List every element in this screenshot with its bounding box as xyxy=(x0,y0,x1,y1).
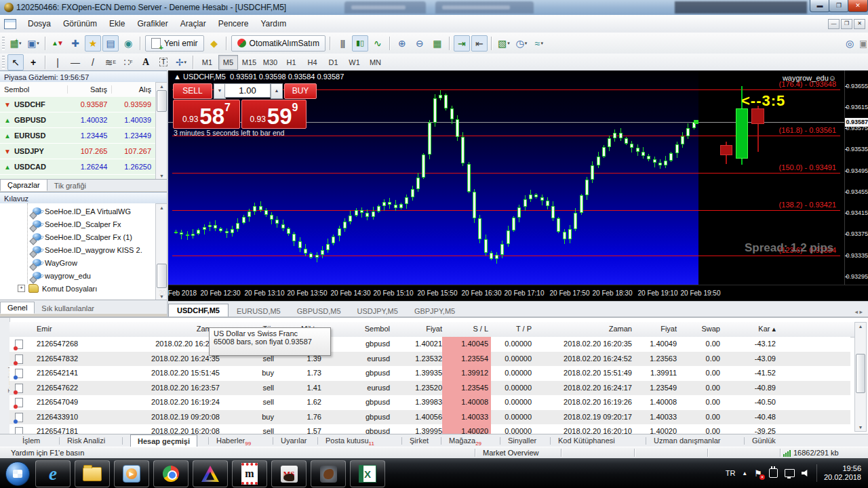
navigator-item[interactable]: WayGrow xyxy=(33,256,77,269)
autotrading-button[interactable]: OtomatikAlımSatım xyxy=(231,35,326,52)
tab-genel[interactable]: Genel xyxy=(0,302,35,314)
help-icon[interactable]: ◎ xyxy=(842,35,858,52)
taskbar-item-horse-app[interactable] xyxy=(311,460,346,487)
mdi-close-button[interactable]: ✕ xyxy=(854,19,865,29)
crosshair-tool-icon[interactable]: + xyxy=(25,54,41,70)
table-row[interactable]: 21265421412018.02.20 15:51:45buy1.73gbpu… xyxy=(9,366,850,381)
taskbar-item-metastock-app[interactable]: m xyxy=(232,460,267,487)
column-header-profit[interactable]: Kar ▴ xyxy=(722,325,776,333)
timeframe-H1[interactable]: H1 xyxy=(281,55,301,70)
column-header-swap[interactable]: Swap xyxy=(678,325,720,333)
terminal-tab-sinyaller[interactable]: Sinyaller xyxy=(508,436,536,445)
table-row[interactable]: 21265472682018.02.20 16:20:2gbpusd1.4002… xyxy=(9,337,850,352)
close-button[interactable]: ✕ xyxy=(848,0,868,12)
buy-price-panel[interactable]: 0.93 59 9 xyxy=(241,100,307,129)
language-indicator[interactable]: TR xyxy=(726,469,736,477)
indicators-icon[interactable]: ≈▾ xyxy=(531,35,547,52)
volume-input[interactable] xyxy=(224,83,271,98)
taskbar-clock[interactable]: 19:56 20.02.2018 xyxy=(816,464,861,482)
volume-icon[interactable] xyxy=(802,470,810,476)
timeframe-M15[interactable]: M15 xyxy=(239,55,259,70)
buy-button[interactable]: BUY xyxy=(284,83,317,99)
taskbar-item-windows-explorer[interactable] xyxy=(75,460,110,487)
column-header-symbol[interactable]: Sembol xyxy=(323,325,390,333)
cursor-tool-icon[interactable]: ↖ xyxy=(7,54,24,70)
mdi-minimize-button[interactable]: — xyxy=(828,19,840,29)
new-chart-icon[interactable]: ▦+▾ xyxy=(7,35,24,52)
tile-windows-icon[interactable]: ▦ xyxy=(429,35,446,52)
taskbar-item-excel[interactable]: X xyxy=(350,460,385,487)
chart-tab-gbpusdm5[interactable]: GBPUSD,M5 xyxy=(289,305,349,317)
column-header-tp[interactable]: T / P xyxy=(490,325,532,333)
arrows-tool-icon[interactable]: ✢▾ xyxy=(173,54,189,70)
menu-pencere[interactable]: Pencere xyxy=(212,16,255,31)
action-center-icon[interactable]: ⚑ xyxy=(754,468,762,479)
periods-icon[interactable]: ◷▾ xyxy=(513,35,530,52)
minimize-button[interactable]: ▬ xyxy=(810,0,830,12)
terminal-tab-uzman-dan-manlar[interactable]: Uzman danışmanlar xyxy=(654,436,720,445)
taskbar-item-internet-explorer[interactable]: e xyxy=(35,460,71,487)
candlestick-chart-icon[interactable]: ▮▯ xyxy=(352,35,368,52)
navigator-icon[interactable]: ★ xyxy=(85,35,101,52)
navigator-item[interactable]: waygrow_edu xyxy=(33,269,91,282)
vertical-line-icon[interactable]: | xyxy=(50,54,66,70)
menu-ekle[interactable]: Ekle xyxy=(103,16,131,31)
tab-tik-grafigi[interactable]: Tik grafiği xyxy=(47,180,93,191)
navigator-item[interactable]: SoeHoe.ID_Scalper Fx (1) xyxy=(33,230,132,243)
tab-caprazlar[interactable]: Çaprazlar xyxy=(0,179,47,191)
bar-chart-icon[interactable]: ||| xyxy=(334,35,351,52)
expand-icon[interactable]: + xyxy=(18,285,25,292)
terminal-tab-posta-kutusu[interactable]: Posta kutusu11 xyxy=(326,436,374,447)
terminal-tab-kod-k-t-phanesi[interactable]: Kod Kütüphanesi xyxy=(558,436,615,445)
timeframe-M30[interactable]: M30 xyxy=(260,55,280,70)
timeframe-M1[interactable]: M1 xyxy=(197,55,217,70)
strategy-tester-icon[interactable]: ◉ xyxy=(120,35,136,52)
zoom-in-icon[interactable]: ⊕ xyxy=(394,35,410,52)
terminal-tab-i-lem[interactable]: İşlem xyxy=(22,436,40,445)
column-header-open_time[interactable]: Zaman xyxy=(104,325,220,333)
navigator-item[interactable]: SoeHoe.ID_Scalper Fx xyxy=(33,218,121,230)
zoom-out-icon[interactable]: ⊖ xyxy=(412,35,428,52)
power-icon[interactable] xyxy=(769,468,778,478)
clipped-toolbar-icon[interactable]: ▣ xyxy=(859,35,867,52)
tab-sik-kullanilanlar[interactable]: Sık kullanılanlar xyxy=(35,303,101,314)
timeframe-H4[interactable]: H4 xyxy=(302,55,322,70)
data-window-icon[interactable]: ✚ xyxy=(67,35,83,52)
chart-tab-usdjpym5[interactable]: USDJPY,M5 xyxy=(349,305,406,317)
templates-icon[interactable]: ▧▾ xyxy=(496,35,512,52)
ghost-tab[interactable] xyxy=(435,1,534,14)
restore-button[interactable]: ❐ xyxy=(829,0,849,12)
terminal-icon[interactable]: ▤ xyxy=(102,35,119,52)
market-watch-row[interactable]: ▲EURUSD1.234451.23449 xyxy=(0,128,155,144)
terminal-scrollbar[interactable]: ▲ ▼ xyxy=(854,322,867,432)
market-watch-row[interactable]: ▲USDCAD1.262441.26250 xyxy=(0,159,155,175)
equidistant-channel-icon[interactable]: ≋E xyxy=(102,54,119,70)
metaeditor-icon[interactable]: ◆ xyxy=(206,35,222,52)
sell-button[interactable]: SELL xyxy=(173,83,212,99)
volume-up-stepper[interactable]: ▲ xyxy=(271,83,283,99)
terminal-tab-g-nl-k[interactable]: Günlük xyxy=(752,436,776,445)
network-icon[interactable] xyxy=(785,469,795,477)
market-watch-row[interactable]: ▼USDJPY107.265107.267 xyxy=(0,144,155,159)
new-order-button[interactable]: + Yeni emir xyxy=(145,35,204,52)
text-tool-icon[interactable]: A xyxy=(138,54,154,70)
table-row[interactable]: 21264339102018.02.19 09:20:08buy1.76gbpu… xyxy=(9,410,850,425)
line-chart-icon[interactable]: ∿ xyxy=(370,35,386,52)
profiles-icon[interactable]: ▣▾ xyxy=(25,35,41,52)
terminal-tab-risk-analizi[interactable]: Risk Analizi xyxy=(67,436,105,445)
menu-yardım[interactable]: Yardım xyxy=(254,16,292,31)
timeframe-D1[interactable]: D1 xyxy=(323,55,343,70)
taskbar-item-media-player[interactable]: ▶ xyxy=(114,460,149,487)
column-header-price[interactable]: Fiyat xyxy=(391,325,442,333)
navigator-item[interactable]: SoeHoe.ID_EA VirtualWG xyxy=(33,205,131,218)
timeframe-W1[interactable]: W1 xyxy=(344,55,364,70)
fibonacci-icon[interactable]: ∷F xyxy=(120,54,136,70)
text-label-icon[interactable]: T xyxy=(155,54,172,70)
column-header-sl[interactable]: S / L xyxy=(446,325,488,333)
menu-grafikler[interactable]: Grafikler xyxy=(131,16,174,31)
taskbar-item-ms-horse-app[interactable]: MS xyxy=(271,460,307,487)
table-row[interactable]: 21265470492018.02.20 16:19:24sell1.62gbp… xyxy=(9,395,850,410)
terminal-tab-haberler[interactable]: Haberler99 xyxy=(216,436,251,447)
chart-tab-eurusdm5[interactable]: EURUSD,M5 xyxy=(229,305,289,317)
terminal-tab-hesap-ge-mi-i[interactable]: Hesap geçmişi xyxy=(130,434,197,447)
